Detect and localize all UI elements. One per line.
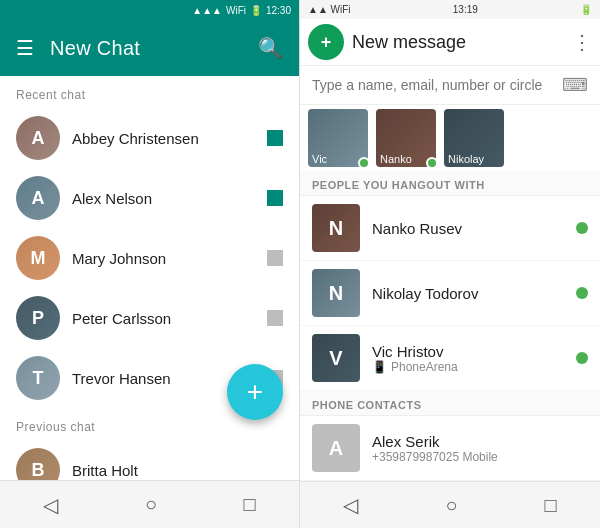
right-panel: ▲▲ WiFi 13:19 🔋 + New message ⋮ ⌨ Vic Na… — [300, 0, 600, 528]
recent-chat-label: Recent chat — [0, 76, 299, 108]
contact-name-abbey: Abbey Christensen — [72, 130, 255, 147]
status-bar-left: ▲▲▲ WiFi 🔋 12:30 — [0, 0, 299, 20]
online-dot-nanko — [426, 157, 436, 167]
contact-name-mary: Mary Johnson — [72, 250, 255, 267]
avatar-britta: B — [16, 448, 60, 480]
online-dot-nanko-rusev — [576, 222, 588, 234]
avatar-alex: A — [16, 176, 60, 220]
recipient-avatar-nikolay: Nikolay — [444, 109, 504, 167]
avatar-mary: M — [16, 236, 60, 280]
menu-icon[interactable]: ☰ — [16, 36, 34, 60]
left-panel: ▲▲▲ WiFi 🔋 12:30 ☰ New Chat 🔍 Recent cha… — [0, 0, 300, 528]
hangout-section-header: PEOPLE YOU HANGOUT WITH — [300, 171, 600, 196]
contact-info-nanko: Nanko Rusev — [372, 220, 564, 237]
recipients-row: Vic Nanko Nikolay — [300, 105, 600, 171]
right-nav-bar: ◁ ○ □ — [300, 481, 600, 528]
keyboard-icon[interactable]: ⌨ — [562, 74, 588, 96]
signal-icon-right: ▲▲ WiFi — [308, 4, 351, 15]
online-dot-nikolay — [576, 287, 588, 299]
page-title-left: New Chat — [50, 37, 242, 60]
hangout-contact-nanko[interactable]: N Nanko Rusev — [300, 196, 600, 261]
hangout-avatar-nikolay: N — [312, 269, 360, 317]
recipient-chip-vic[interactable]: Vic — [308, 109, 368, 167]
signal-icon: ▲▲▲ — [192, 5, 222, 16]
recipient-chip-nikolay[interactable]: Nikolay — [444, 109, 504, 167]
search-icon[interactable]: 🔍 — [258, 36, 283, 60]
phone-contact-alex[interactable]: A Alex Serik +359879987025 Mobile — [300, 416, 600, 481]
battery-icon-right: 🔋 — [580, 4, 592, 15]
contact-item-alex[interactable]: A Alex Nelson — [0, 168, 299, 228]
avatar-trevor: T — [16, 356, 60, 400]
contact-name-alex: Alex Nelson — [72, 190, 255, 207]
contact-name-alex-serik: Alex Serik — [372, 433, 588, 450]
status-bar-right: ▲▲ WiFi 13:19 🔋 — [300, 0, 600, 19]
hangout-avatar-nanko: N — [312, 204, 360, 252]
avatar-initials: A — [32, 128, 45, 149]
recents-button-right[interactable]: □ — [544, 494, 556, 517]
home-button-right[interactable]: ○ — [445, 494, 457, 517]
indicator-teal-abbey — [267, 130, 283, 146]
contact-item-abbey[interactable]: A Abbey Christensen — [0, 108, 299, 168]
back-button-right[interactable]: ◁ — [343, 493, 358, 517]
recipient-avatar-vic: Vic — [308, 109, 368, 167]
hangout-contact-vic[interactable]: V Vic Hristov 📱 PhoneArena — [300, 326, 600, 391]
hangouts-logo-char: + — [321, 32, 332, 53]
recipient-label-vic: Vic — [312, 153, 327, 165]
phone-arena-icon: 📱 — [372, 360, 387, 374]
hangout-avatar-alex-serik: A — [312, 424, 360, 472]
recipient-search-input[interactable] — [312, 77, 562, 93]
back-button-left[interactable]: ◁ — [43, 493, 58, 517]
hangouts-logo: + — [308, 24, 344, 60]
more-options-icon[interactable]: ⋮ — [572, 30, 592, 54]
search-bar: ⌨ — [300, 66, 600, 105]
fab-button[interactable]: + — [227, 364, 283, 420]
indicator-teal-alex — [267, 190, 283, 206]
contact-sub-alex-serik: +359879987025 Mobile — [372, 450, 588, 464]
online-dot-vic-hristov — [576, 352, 588, 364]
time-left: 12:30 — [266, 5, 291, 16]
contact-info-vic: Vic Hristov 📱 PhoneArena — [372, 343, 564, 374]
recipient-label-nanko: Nanko — [380, 153, 412, 165]
right-header: + New message ⋮ — [300, 19, 600, 66]
contact-name-peter: Peter Carlsson — [72, 310, 255, 327]
hangout-avatar-vic: V — [312, 334, 360, 382]
page-title-right: New message — [352, 32, 564, 53]
wifi-icon: WiFi — [226, 5, 246, 16]
contact-name-britta: Britta Holt — [72, 462, 283, 479]
indicator-gray-mary — [267, 250, 283, 266]
contact-name-vic: Vic Hristov — [372, 343, 564, 360]
phone-section-header: PHONE CONTACTS — [300, 391, 600, 416]
recipient-chip-nanko[interactable]: Nanko — [376, 109, 436, 167]
contact-name-nanko-rusev: Nanko Rusev — [372, 220, 564, 237]
indicator-gray-peter — [267, 310, 283, 326]
contact-info-alex-serik: Alex Serik +359879987025 Mobile — [372, 433, 588, 464]
left-header: ☰ New Chat 🔍 — [0, 20, 299, 76]
contact-item-britta[interactable]: B Britta Holt — [0, 440, 299, 480]
contact-item-mary[interactable]: M Mary Johnson — [0, 228, 299, 288]
contact-item-peter[interactable]: P Peter Carlsson — [0, 288, 299, 348]
online-dot-vic — [358, 157, 368, 167]
home-button-left[interactable]: ○ — [145, 493, 157, 516]
contact-info-nikolay: Nikolay Todorov — [372, 285, 564, 302]
left-nav-bar: ◁ ○ □ — [0, 480, 299, 528]
recipient-avatar-nanko: Nanko — [376, 109, 436, 167]
avatar-abbey: A — [16, 116, 60, 160]
battery-icon: 🔋 — [250, 5, 262, 16]
recipient-label-nikolay: Nikolay — [448, 153, 484, 165]
recents-button-left[interactable]: □ — [244, 493, 256, 516]
avatar-peter: P — [16, 296, 60, 340]
contact-name-nikolay: Nikolay Todorov — [372, 285, 564, 302]
contact-sub-vic: 📱 PhoneArena — [372, 360, 564, 374]
time-right: 13:19 — [453, 4, 478, 15]
hangout-contact-nikolay[interactable]: N Nikolay Todorov — [300, 261, 600, 326]
